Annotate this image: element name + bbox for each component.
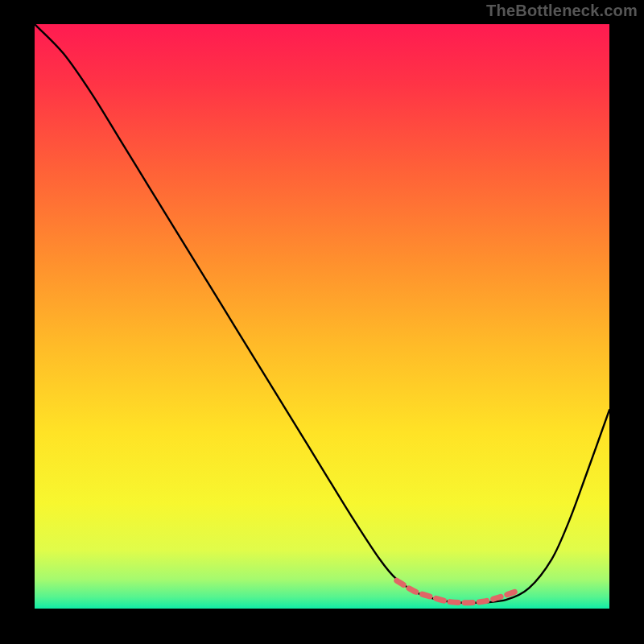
chart-area <box>35 24 609 609</box>
attribution-text: TheBottleneck.com <box>486 2 638 20</box>
gradient-panel <box>35 24 609 609</box>
chart-svg <box>35 24 609 609</box>
